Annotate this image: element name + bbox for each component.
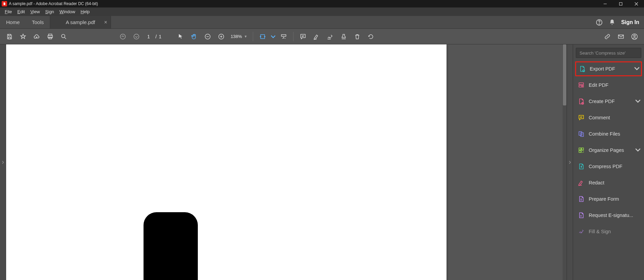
svg-rect-40 bbox=[582, 151, 584, 153]
notifications-icon[interactable] bbox=[608, 19, 616, 26]
tool-label: Export PDF bbox=[590, 66, 629, 72]
page-content-shape bbox=[144, 212, 198, 280]
tool-label: Compress PDF bbox=[589, 164, 639, 169]
svg-rect-39 bbox=[579, 151, 581, 153]
svg-point-11 bbox=[120, 34, 126, 39]
tool-label: Edit PDF bbox=[589, 82, 639, 88]
menu-view[interactable]: View bbox=[27, 8, 42, 15]
window-title: A sample.pdf - Adobe Acrobat Reader DC (… bbox=[9, 1, 98, 6]
highlight-button[interactable] bbox=[310, 31, 323, 43]
tab-document-label: A sample.pdf bbox=[66, 19, 95, 25]
tool-label: Redact bbox=[589, 180, 639, 185]
tool-label: Combine Files bbox=[589, 131, 639, 137]
hand-tool[interactable] bbox=[188, 31, 200, 43]
tools-search-input[interactable] bbox=[576, 48, 641, 58]
chevron-down-icon bbox=[634, 146, 639, 154]
find-button[interactable] bbox=[58, 31, 70, 43]
document-viewport[interactable] bbox=[6, 44, 563, 280]
svg-rect-38 bbox=[582, 148, 584, 150]
tool-label: Fill & Sign bbox=[589, 229, 639, 234]
chevron-down-icon bbox=[633, 65, 638, 73]
svg-point-12 bbox=[134, 34, 139, 39]
read-mode-button[interactable] bbox=[278, 31, 290, 43]
stamp-button[interactable] bbox=[338, 31, 350, 43]
tool-label: Request E-signatu... bbox=[589, 213, 639, 218]
svg-rect-8 bbox=[49, 37, 52, 39]
menu-window[interactable]: Window bbox=[57, 8, 78, 15]
navpane-toggle[interactable] bbox=[0, 44, 6, 280]
zoom-in-button[interactable] bbox=[215, 31, 227, 43]
zoom-out-button[interactable] bbox=[202, 31, 214, 43]
toolbar: / 1 138% ▼ bbox=[0, 29, 644, 44]
page-canvas bbox=[6, 44, 447, 280]
tool-fill-sign[interactable]: Fill & Sign bbox=[575, 224, 642, 239]
tool-organize-pages[interactable]: Organize Pages bbox=[575, 143, 642, 158]
zoom-level[interactable]: 138% ▼ bbox=[229, 34, 249, 39]
account-button[interactable] bbox=[628, 31, 641, 43]
tools-pane: Export PDF Edit PDF Create PDF Comment C… bbox=[573, 44, 644, 280]
menu-help[interactable]: Help bbox=[78, 8, 93, 15]
tab-document-close[interactable]: × bbox=[104, 19, 107, 25]
zoom-value: 138% bbox=[231, 34, 242, 39]
delete-button[interactable] bbox=[351, 31, 363, 43]
vertical-scrollbar[interactable] bbox=[563, 44, 567, 280]
svg-rect-31 bbox=[582, 85, 583, 87]
help-icon[interactable] bbox=[595, 19, 603, 26]
tabbar: Home Tools A sample.pdf × Sign In bbox=[0, 16, 644, 29]
chevron-down-icon bbox=[634, 98, 639, 105]
svg-rect-30 bbox=[579, 85, 582, 87]
sign-self-button[interactable] bbox=[324, 31, 336, 43]
toolspane-toggle[interactable] bbox=[567, 44, 573, 280]
close-window-button[interactable] bbox=[628, 0, 644, 7]
tool-prepare-form[interactable]: Prepare Form bbox=[575, 192, 642, 206]
tool-label: Create PDF bbox=[589, 99, 630, 104]
menu-sign[interactable]: Sign bbox=[42, 8, 57, 15]
titlebar: A sample.pdf - Adobe Acrobat Reader DC (… bbox=[0, 0, 644, 7]
acrobat-app-icon bbox=[2, 1, 7, 6]
cloud-button[interactable] bbox=[31, 31, 43, 43]
svg-point-27 bbox=[634, 35, 636, 37]
selection-tool[interactable] bbox=[174, 31, 187, 43]
maximize-button[interactable] bbox=[613, 0, 628, 7]
tool-edit-pdf[interactable]: Edit PDF bbox=[575, 78, 642, 93]
page-total: 1 bbox=[159, 34, 162, 39]
tool-combine-files[interactable]: Combine Files bbox=[575, 126, 642, 141]
page-down-button[interactable] bbox=[130, 31, 143, 43]
tool-compress-pdf[interactable]: Compress PDF bbox=[575, 159, 642, 174]
svg-point-5 bbox=[599, 23, 599, 24]
save-button[interactable] bbox=[3, 31, 16, 43]
email-button[interactable] bbox=[615, 31, 627, 43]
tool-create-pdf[interactable]: Create PDF bbox=[575, 94, 642, 109]
tool-export-pdf[interactable]: Export PDF bbox=[575, 61, 642, 76]
star-button[interactable] bbox=[17, 31, 29, 43]
sticky-note-button[interactable] bbox=[297, 31, 309, 43]
tab-home[interactable]: Home bbox=[0, 16, 26, 28]
menu-file[interactable]: File bbox=[2, 8, 15, 15]
tool-label: Prepare Form bbox=[589, 196, 639, 202]
svg-line-10 bbox=[65, 37, 66, 39]
tool-redact[interactable]: Redact bbox=[575, 175, 642, 190]
share-link-button[interactable] bbox=[601, 31, 613, 43]
print-button[interactable] bbox=[44, 31, 56, 43]
page-up-button[interactable] bbox=[117, 31, 129, 43]
menubar: File Edit View Sign Window Help bbox=[0, 7, 644, 16]
fit-dropdown[interactable] bbox=[270, 31, 276, 43]
menu-edit[interactable]: Edit bbox=[15, 8, 27, 15]
scrollbar-thumb[interactable] bbox=[563, 44, 566, 105]
tab-tools[interactable]: Tools bbox=[26, 16, 50, 28]
tool-label: Comment bbox=[589, 115, 639, 120]
svg-rect-18 bbox=[261, 35, 265, 39]
tab-document[interactable]: A sample.pdf × bbox=[50, 16, 111, 28]
sign-in-button[interactable]: Sign In bbox=[621, 19, 639, 25]
svg-point-9 bbox=[61, 34, 65, 38]
minimize-button[interactable] bbox=[597, 0, 613, 7]
tool-request-esign[interactable]: Request E-signatu... bbox=[575, 208, 642, 223]
rotate-button[interactable] bbox=[365, 31, 377, 43]
svg-rect-29 bbox=[579, 83, 583, 84]
page-indicator: / 1 bbox=[144, 33, 162, 40]
tool-comment[interactable]: Comment bbox=[575, 110, 642, 125]
svg-rect-19 bbox=[281, 35, 286, 36]
page-current-input[interactable] bbox=[144, 33, 153, 40]
tool-label: Organize Pages bbox=[589, 147, 630, 153]
fit-width-button[interactable] bbox=[257, 31, 269, 43]
